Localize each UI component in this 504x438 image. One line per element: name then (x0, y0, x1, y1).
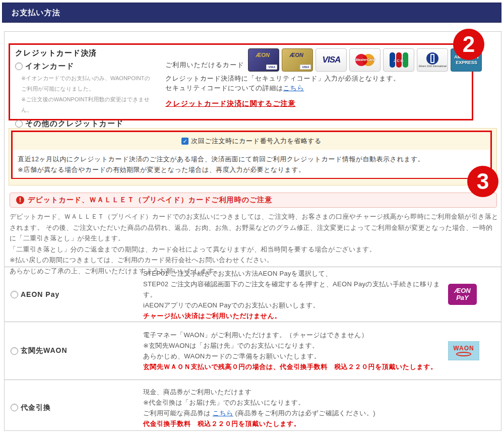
waon-wordmark: WAON (453, 345, 474, 351)
description-line: ご利用可能な商品券は こちら (商品券をご利用の方は必ずご確認ください。) (143, 408, 448, 418)
radio-icon[interactable] (15, 62, 23, 70)
aeon-card-notes: ※イオンカードでのお支払いのみ、WAONPOINTの ご利用が可能になりました。… (21, 73, 156, 115)
radio-other-credit-card[interactable]: その他のクレジットカード (15, 119, 156, 129)
aeon-card-wordmark: ÆON (256, 52, 270, 58)
skip-card-number-label: 次回ご注文時にカード番号入力を省略する (191, 137, 322, 146)
radio-cod-label: 代金引換 (21, 403, 51, 412)
description-line: STEP02 ご注文内容確認画面下のご注文を確定するを押すと、AEON Payの… (143, 279, 448, 300)
radio-icon[interactable] (11, 347, 18, 355)
jcb-bars-icon: JCB (390, 52, 408, 68)
radio-aeon-pay-label: AEON Pay (21, 290, 59, 298)
visa-mini-mark: VISA (300, 65, 311, 70)
mastercard-logo: MasterCard (349, 48, 381, 72)
description-line: 現金、商品券がご利用いただけます (143, 387, 448, 397)
radio-icon[interactable] (15, 120, 23, 128)
aeon-gold-card-logo: ÆON VISA (282, 48, 313, 72)
exclamation-icon: ! (16, 196, 24, 204)
aeon-pay-wordmark: PaY (456, 294, 469, 301)
amex-wordmark: EXPRESS (456, 60, 477, 66)
checkbox-checked-icon[interactable]: ✓ (181, 138, 188, 145)
voucher-line-prefix: ご利用可能な商品券は (143, 409, 213, 417)
payment-method-rows: AEON Pay STEP01 ご注文手続きでお支払い方法AEON Payを選択… (5, 267, 501, 435)
skip-info-line: 直近12ヶ月以内にクレジットカード決済のご注文がある場合、決済画面にて前回ご利用… (18, 154, 485, 164)
payment-row-aeon-pay: AEON Pay STEP01 ご注文手続きでお支払い方法AEON Payを選択… (5, 267, 501, 322)
annotation-step-3-badge: 3 (467, 166, 498, 197)
radio-aeon-pay[interactable]: AEON Pay (5, 290, 143, 298)
debit-body-line: ※払い戻しの期間につきましては、ご利用のカード発行会社へお問い合わせください。 (10, 255, 498, 266)
mastercard-wordmark: MasterCard (355, 58, 375, 61)
payment-method-page: お支払い方法 クレジットカード決済 イオンカード ※イオンカードでのお支払いのみ… (0, 0, 504, 438)
skip-card-number-checkbox-row[interactable]: ✓ 次回ご注文時にカード番号入力を省略する (13, 132, 490, 150)
debit-body-line: デビットカード、ＷＡＬＬＥＴ（プリペイド）カードでのお支払いにつきましては、ご注… (10, 211, 498, 244)
debit-body-line: 「二重引き落とし」分のご返金までの期間は、カード会社によって異なりますが、相当時… (10, 244, 498, 255)
skip-card-info: 直近12ヶ月以内にクレジットカード決済のご注文がある場合、決済画面にて前回ご利用… (13, 150, 490, 178)
debit-warning-banner: ! デビットカード、ＷＡＬＬＥＴ（プリペイド）カードご利用時のご注意 (10, 193, 497, 208)
aeon-pay-warning: チャージ払い決済はご利用いただけません。 (143, 310, 448, 321)
aeon-note-line: ご利用が可能になりました。 (21, 84, 156, 94)
security-code-detail-line: セキュリティコードについての詳細はこちら (165, 83, 482, 93)
aeon-card-wordmark: ÆON (289, 52, 303, 58)
aeon-blue-card-logo: ÆON VISA (248, 48, 279, 72)
page-title: お支払い方法 (12, 8, 60, 18)
description-line: STEP01 ご注文手続きでお支払い方法AEON Payを選択して、 (143, 268, 448, 279)
description-line: ※玄関先WAONは「お届け先」でのお支払いになります。 (143, 340, 448, 351)
credit-card-info: ご利用いただけるカード ÆON VISA ÆON VISA VISA (156, 48, 482, 116)
radio-icon[interactable] (11, 291, 18, 298)
radio-other-credit-card-label: その他のクレジットカード (25, 119, 124, 129)
radio-aeon-card-label: イオンカード (25, 61, 75, 71)
radio-icon[interactable] (11, 404, 18, 411)
radio-waon-label: 玄関先WAON (21, 346, 68, 355)
page-title-bar: お支払い方法 (2, 3, 501, 23)
payment-row-cod: 代金引換 現金、商品券がご利用いただけます ※代金引換は「お届け先」でのお支払い… (5, 380, 501, 435)
visa-wordmark: VISA (323, 55, 341, 65)
jcb-wordmark: JCB (393, 58, 404, 63)
aeon-note-line: ※イオンカードでのお支払いのみ、WAONPOINTの (21, 73, 156, 84)
payment-row-waon: 玄関先WAON 電子マネー「WAON」がご利用いただけます。（チャージはできませ… (5, 322, 501, 380)
annotation-step-2-badge: 2 (453, 29, 484, 60)
waon-warning: 玄関先ＷＡＯＮ支払いで残高０円の場合は、代金引換手数料 税込２２０円を頂戴いたし… (143, 361, 448, 372)
waon-oval-icon (456, 352, 471, 356)
diners-club-logo: Diners Club International (417, 48, 448, 72)
card-logo-row: ÆON VISA ÆON VISA VISA (248, 48, 482, 72)
aeon-pay-wordmark: ÆON (454, 287, 471, 294)
aeon-pay-description: STEP01 ご注文手続きでお支払い方法AEON Payを選択して、 STEP0… (143, 268, 448, 321)
visa-logo: VISA (316, 48, 347, 72)
cod-warning: 代金引換手数料 税込２２０円を頂戴いたします。 (143, 418, 448, 429)
description-line: iAEONアプリでのAEON Payでのお支払いお願いします。 (143, 300, 448, 310)
jcb-logo: JCB (383, 48, 414, 72)
aeon-pay-logo: ÆON PaY (448, 284, 477, 305)
waon-description: 電子マネー「WAON」がご利用いただけます。（チャージはできません） ※玄関先W… (143, 330, 448, 372)
radio-cod[interactable]: 代金引換 (5, 403, 143, 412)
radio-aeon-card[interactable]: イオンカード (15, 61, 156, 71)
diners-circle-icon (426, 52, 438, 65)
waon-logo: WAON (448, 341, 479, 360)
visa-mini-mark: VISA (266, 65, 277, 70)
card-skip-inner-box: ✓ 次回ご注文時にカード番号入力を省略する 直近12ヶ月以内にクレジットカード決… (11, 131, 492, 179)
credit-card-options: クレジットカード決済 イオンカード ※イオンカードでのお支払いのみ、WAONPO… (15, 48, 156, 116)
aeon-note-line: ※ご注文後のWAONPOINT利用数の変更はできません。 (21, 94, 156, 115)
security-code-note: クレジットカード決済時に「セキュリティコード」入力が必須となります。 (165, 74, 482, 83)
radio-waon[interactable]: 玄関先WAON (5, 346, 143, 355)
mastercard-circles-icon: MasterCard (355, 54, 374, 66)
description-line: ※代金引換は「お届け先」でのお支払いになります。 (143, 397, 448, 408)
description-line: 電子マネー「WAON」がご利用いただけます。（チャージはできません） (143, 330, 448, 340)
debit-warning-title: デビットカード、ＷＡＬＬＥＴ（プリペイド）カードご利用時のご注意 (28, 196, 272, 205)
description-line: あらかじめ、WAONカードのご準備をお願いいたします。 (143, 351, 448, 361)
credit-section-title: クレジットカード決済 (15, 48, 156, 58)
card-skip-section: ✓ 次回ご注文時にカード番号入力を省略する 直近12ヶ月以内にクレジットカード決… (9, 128, 497, 185)
voucher-line-suffix: (商品券をご利用の方は必ずご確認ください。) (233, 409, 375, 417)
credit-card-notice-link[interactable]: クレジットカード決済に関するご注意 (165, 99, 296, 108)
main-container: クレジットカード決済 イオンカード ※イオンカードでのお支払いのみ、WAONPO… (4, 31, 501, 431)
accepted-cards-label: ご利用いただけるカード (165, 60, 244, 70)
credit-card-section: クレジットカード決済 イオンカード ※イオンカードでのお支払いのみ、WAONPO… (9, 43, 473, 120)
voucher-list-link[interactable]: こちら (213, 409, 233, 417)
security-code-detail-link[interactable]: こちら (283, 84, 304, 92)
skip-info-line: ※店舗が異なる場合やカードの有効期限が変更となった場合は、再度入力が必要となりま… (18, 164, 485, 175)
security-detail-prefix: セキュリティコードについての詳細は (165, 84, 283, 92)
cod-description: 現金、商品券がご利用いただけます ※代金引換は「お届け先」でのお支払いになります… (143, 387, 448, 429)
diners-wordmark: Diners Club International (419, 65, 447, 68)
